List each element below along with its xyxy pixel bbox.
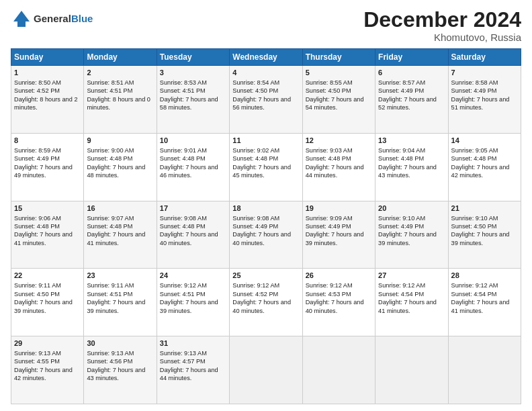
col-monday: Monday <box>84 49 157 66</box>
daylight: Daylight: 7 hours and 48 minutes. <box>87 164 145 179</box>
daylight: Daylight: 7 hours and 45 minutes. <box>232 164 291 179</box>
sunset: Sunset: 4:51 PM <box>87 87 132 94</box>
week-row-2: 8Sunrise: 8:59 AMSunset: 4:49 PMDaylight… <box>11 133 521 201</box>
day-number: 5 <box>306 68 372 78</box>
table-row: 15Sunrise: 9:06 AMSunset: 4:48 PMDayligh… <box>11 201 84 269</box>
sunrise: Sunrise: 9:06 AM <box>14 215 61 222</box>
daylight: Daylight: 8 hours and 0 minutes. <box>87 96 150 111</box>
daylight: Daylight: 7 hours and 43 minutes. <box>378 164 437 179</box>
daylight: Daylight: 7 hours and 46 minutes. <box>160 164 218 179</box>
day-number: 24 <box>160 271 226 281</box>
sunset: Sunset: 4:51 PM <box>87 291 132 298</box>
col-thursday: Thursday <box>302 49 375 66</box>
sunset: Sunset: 4:52 PM <box>14 87 60 94</box>
sunrise: Sunrise: 9:10 AM <box>378 215 425 222</box>
table-row: 29Sunrise: 9:13 AMSunset: 4:55 PMDayligh… <box>11 336 84 404</box>
day-number: 25 <box>232 271 299 281</box>
table-row: 19Sunrise: 9:09 AMSunset: 4:49 PMDayligh… <box>302 201 375 269</box>
table-row: 2Sunrise: 8:51 AMSunset: 4:51 PMDaylight… <box>84 66 157 134</box>
day-number: 30 <box>87 338 153 349</box>
sunset: Sunset: 4:51 PM <box>160 291 206 298</box>
daylight: Daylight: 7 hours and 56 minutes. <box>232 96 291 111</box>
day-number: 9 <box>87 136 153 146</box>
day-number: 22 <box>14 271 81 281</box>
sunset: Sunset: 4:48 PM <box>160 155 206 162</box>
daylight: Daylight: 7 hours and 41 minutes. <box>451 299 510 314</box>
day-number: 23 <box>87 271 153 281</box>
daylight: Daylight: 7 hours and 42 minutes. <box>451 164 510 179</box>
sunset: Sunset: 4:53 PM <box>306 291 351 298</box>
day-number: 12 <box>306 136 372 146</box>
day-number: 28 <box>451 271 518 281</box>
sunrise: Sunrise: 9:01 AM <box>160 147 207 154</box>
table-row: 22Sunrise: 9:11 AMSunset: 4:50 PMDayligh… <box>11 269 84 336</box>
table-row: 9Sunrise: 9:00 AMSunset: 4:48 PMDaylight… <box>84 133 157 201</box>
sunrise: Sunrise: 9:13 AM <box>160 350 207 357</box>
sunset: Sunset: 4:49 PM <box>232 223 278 230</box>
sunset: Sunset: 4:48 PM <box>306 155 351 162</box>
sunset: Sunset: 4:51 PM <box>160 87 206 94</box>
day-number: 26 <box>306 271 372 281</box>
day-number: 31 <box>160 338 226 349</box>
table-row: 5Sunrise: 8:55 AMSunset: 4:50 PMDaylight… <box>302 66 375 134</box>
sunset: Sunset: 4:50 PM <box>232 87 278 94</box>
week-row-5: 29Sunrise: 9:13 AMSunset: 4:55 PMDayligh… <box>11 336 521 404</box>
sunset: Sunset: 4:49 PM <box>306 223 351 230</box>
day-number: 21 <box>451 203 518 214</box>
sunrise: Sunrise: 9:12 AM <box>451 282 498 289</box>
daylight: Daylight: 7 hours and 39 minutes. <box>451 231 510 246</box>
sunrise: Sunrise: 9:08 AM <box>160 215 207 222</box>
logo: GeneralBlue <box>11 8 93 30</box>
svg-rect-2 <box>17 20 26 27</box>
table-row: 1Sunrise: 8:50 AMSunset: 4:52 PMDaylight… <box>11 66 84 134</box>
daylight: Daylight: 7 hours and 39 minutes. <box>14 299 73 314</box>
sunrise: Sunrise: 9:00 AM <box>87 147 134 154</box>
sunrise: Sunrise: 9:05 AM <box>451 147 498 154</box>
day-number: 14 <box>451 136 518 146</box>
daylight: Daylight: 7 hours and 39 minutes. <box>378 231 437 246</box>
sunrise: Sunrise: 9:11 AM <box>14 282 61 289</box>
sunrise: Sunrise: 9:13 AM <box>87 350 134 357</box>
table-row: 17Sunrise: 9:08 AMSunset: 4:48 PMDayligh… <box>157 201 229 269</box>
sunset: Sunset: 4:48 PM <box>87 223 132 230</box>
sunrise: Sunrise: 8:54 AM <box>232 79 279 86</box>
day-number: 18 <box>232 203 299 214</box>
daylight: Daylight: 7 hours and 40 minutes. <box>306 299 364 314</box>
daylight: Daylight: 7 hours and 41 minutes. <box>87 231 145 246</box>
sunrise: Sunrise: 9:02 AM <box>232 147 279 154</box>
sunrise: Sunrise: 9:13 AM <box>14 350 61 357</box>
col-wednesday: Wednesday <box>230 49 302 66</box>
day-number: 2 <box>87 68 153 78</box>
sunrise: Sunrise: 9:12 AM <box>306 282 353 289</box>
week-row-1: 1Sunrise: 8:50 AMSunset: 4:52 PMDaylight… <box>11 66 521 134</box>
sunset: Sunset: 4:52 PM <box>232 291 278 298</box>
sunrise: Sunrise: 9:12 AM <box>160 282 207 289</box>
col-saturday: Saturday <box>448 49 521 66</box>
sunrise: Sunrise: 8:57 AM <box>378 79 425 86</box>
table-row <box>230 336 302 404</box>
logo-icon <box>11 8 32 30</box>
daylight: Daylight: 7 hours and 41 minutes. <box>378 299 437 314</box>
day-number: 29 <box>14 338 81 349</box>
calendar-table: Sunday Monday Tuesday Wednesday Thursday… <box>11 48 521 404</box>
table-row: 25Sunrise: 9:12 AMSunset: 4:52 PMDayligh… <box>230 269 302 336</box>
daylight: Daylight: 7 hours and 44 minutes. <box>160 367 218 381</box>
table-row: 20Sunrise: 9:10 AMSunset: 4:49 PMDayligh… <box>375 201 448 269</box>
week-row-4: 22Sunrise: 9:11 AMSunset: 4:50 PMDayligh… <box>11 269 521 336</box>
table-row: 7Sunrise: 8:58 AMSunset: 4:49 PMDaylight… <box>448 66 521 134</box>
table-row: 30Sunrise: 9:13 AMSunset: 4:56 PMDayligh… <box>84 336 157 404</box>
sunrise: Sunrise: 8:58 AM <box>451 79 498 86</box>
daylight: Daylight: 8 hours and 2 minutes. <box>14 96 78 111</box>
sunset: Sunset: 4:56 PM <box>87 358 132 365</box>
sunset: Sunset: 4:54 PM <box>378 291 424 298</box>
table-row: 12Sunrise: 9:03 AMSunset: 4:48 PMDayligh… <box>302 133 375 201</box>
sunrise: Sunrise: 8:59 AM <box>14 147 61 154</box>
table-row: 8Sunrise: 8:59 AMSunset: 4:49 PMDaylight… <box>11 133 84 201</box>
day-number: 10 <box>160 136 226 146</box>
sunset: Sunset: 4:48 PM <box>160 223 206 230</box>
day-number: 1 <box>14 68 81 78</box>
daylight: Daylight: 7 hours and 39 minutes. <box>306 231 364 246</box>
title-block: December 2024 Khomutovo, Russia <box>363 8 521 43</box>
sunset: Sunset: 4:50 PM <box>306 87 351 94</box>
daylight: Daylight: 7 hours and 51 minutes. <box>451 96 510 111</box>
